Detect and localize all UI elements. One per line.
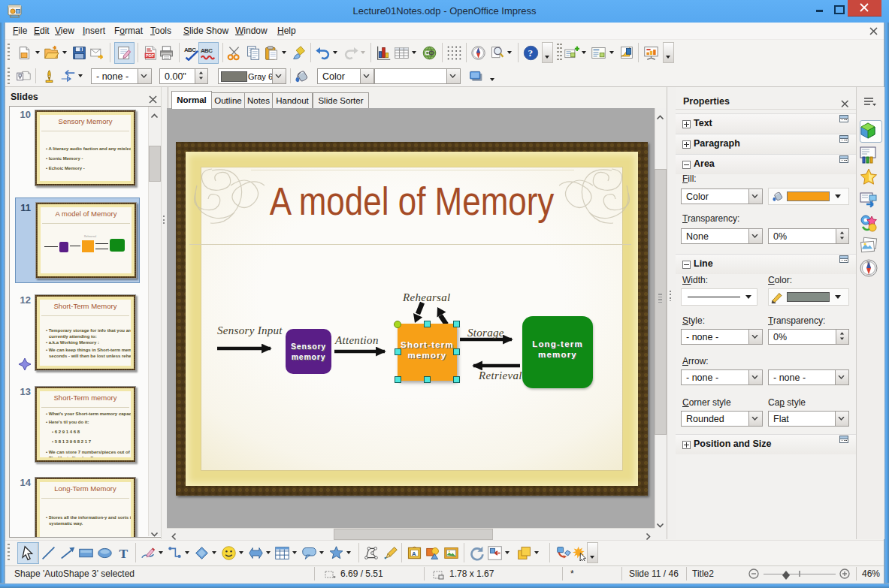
svg-text:ABC: ABC xyxy=(200,47,212,53)
svg-text:PDF: PDF xyxy=(145,53,154,58)
svg-text:?: ? xyxy=(528,47,533,59)
svg-text:N: N xyxy=(867,261,870,265)
svg-text:T: T xyxy=(119,545,128,560)
svg-text:A: A xyxy=(412,550,416,557)
svg-text:ABC: ABC xyxy=(183,46,195,53)
